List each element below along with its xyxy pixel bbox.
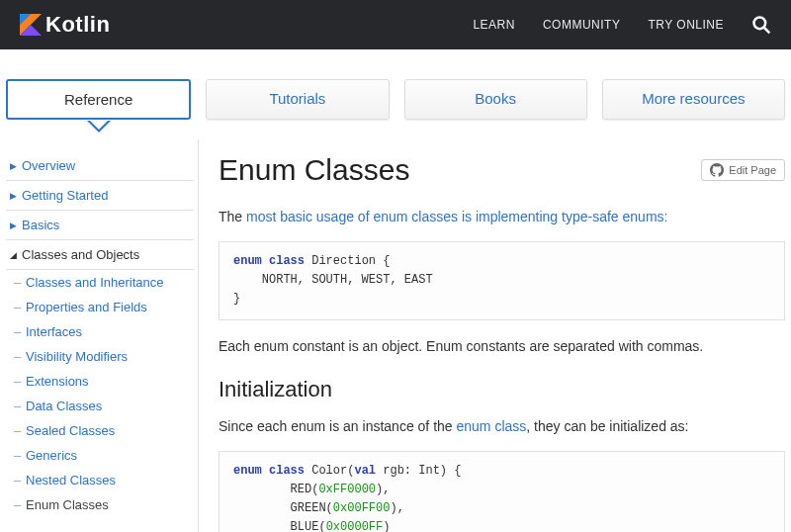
intro-paragraph: The most basic usage of enum classes is … xyxy=(219,207,785,227)
kotlin-logo[interactable]: Kotlin xyxy=(20,12,110,38)
brand-text: Kotlin xyxy=(45,12,110,38)
link-basic-usage[interactable]: most basic usage of enum classes is impl… xyxy=(246,209,667,224)
main-article: Enum Classes Edit Page The most basic us… xyxy=(199,139,785,532)
sidebar-overview[interactable]: ▶Overview xyxy=(6,151,194,181)
nav-try-online[interactable]: TRY ONLINE xyxy=(648,18,724,32)
paragraph-constants: Each enum constant is an object. Enum co… xyxy=(219,336,785,357)
sidebar-item-sealed-classes[interactable]: Sealed Classes xyxy=(6,418,194,443)
tab-reference[interactable]: Reference xyxy=(6,79,191,120)
sidebar-item-data-classes[interactable]: Data Classes xyxy=(6,394,194,418)
sidebar-item-classes-inheritance[interactable]: Classes and Inheritance xyxy=(6,270,194,295)
tab-tutorials[interactable]: Tutorials xyxy=(206,79,389,120)
paragraph-init: Since each enum is an instance of the en… xyxy=(219,416,785,437)
sidebar-classes-objects[interactable]: ◢Classes and Objects xyxy=(6,240,194,270)
code-block-direction: enum class Direction { NORTH, SOUTH, WES… xyxy=(219,241,785,320)
link-enum-class[interactable]: enum class xyxy=(456,418,526,434)
sidebar-item-visibility-modifiers[interactable]: Visibility Modifiers xyxy=(6,344,194,369)
sidebar-item-nested-classes[interactable]: Nested Classes xyxy=(6,468,194,492)
page-title: Enum Classes xyxy=(219,153,409,187)
tab-books[interactable]: Books xyxy=(404,79,587,120)
sidebar-item-properties-fields[interactable]: Properties and Fields xyxy=(6,295,194,319)
caret-right-icon: ▶ xyxy=(10,221,17,230)
sidebar-basics[interactable]: ▶Basics xyxy=(6,211,194,240)
nav-community[interactable]: COMMUNITY xyxy=(543,18,621,32)
code-block-color: enum class Color(val rgb: Int) { RED(0xF… xyxy=(219,451,785,532)
svg-line-4 xyxy=(764,28,770,34)
sidebar-getting-started[interactable]: ▶Getting Started xyxy=(6,181,194,211)
github-icon xyxy=(710,163,724,177)
search-icon[interactable] xyxy=(751,15,771,35)
tab-bar: Reference Tutorials Books More resources xyxy=(0,49,791,139)
tab-more-resources[interactable]: More resources xyxy=(602,79,785,120)
sidebar-item-interfaces[interactable]: Interfaces xyxy=(6,319,194,344)
caret-right-icon: ▶ xyxy=(10,161,17,171)
header-nav: LEARN COMMUNITY TRY ONLINE xyxy=(473,15,771,35)
sidebar-item-generics[interactable]: Generics xyxy=(6,443,194,468)
caret-down-icon: ◢ xyxy=(10,250,17,260)
kotlin-logo-icon xyxy=(20,14,42,36)
sidebar-item-extensions[interactable]: Extensions xyxy=(6,369,194,394)
content-area: ▶Overview ▶Getting Started ▶Basics ◢Clas… xyxy=(0,139,791,532)
nav-learn[interactable]: LEARN xyxy=(473,18,515,32)
sidebar-item-enum-classes[interactable]: Enum Classes xyxy=(6,492,194,517)
heading-initialization: Initialization xyxy=(219,377,785,402)
edit-page-button[interactable]: Edit Page xyxy=(701,159,785,181)
sidebar: ▶Overview ▶Getting Started ▶Basics ◢Clas… xyxy=(6,139,199,532)
svg-point-3 xyxy=(754,18,766,30)
caret-right-icon: ▶ xyxy=(10,191,17,201)
top-header: Kotlin LEARN COMMUNITY TRY ONLINE xyxy=(0,0,791,49)
